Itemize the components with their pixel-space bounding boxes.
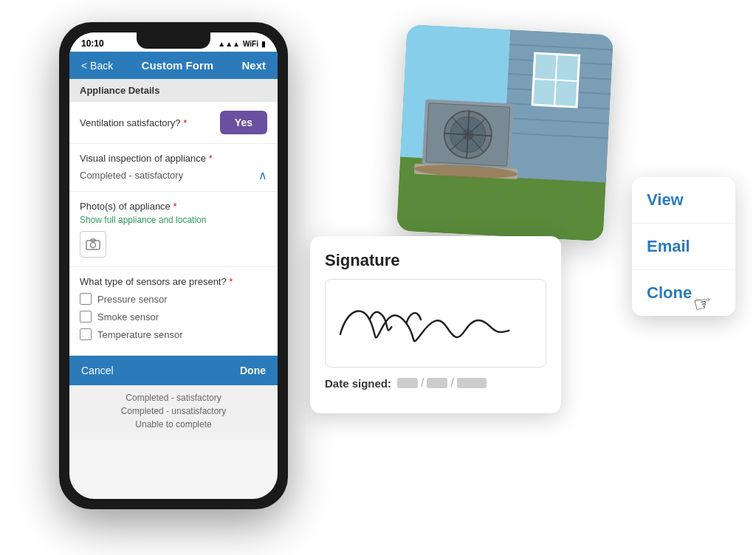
ventilation-required: * xyxy=(183,117,187,128)
footer-completed-satisfactory: Completed - satisfactory xyxy=(80,393,267,403)
clone-menu-item[interactable]: Clone xyxy=(632,270,735,316)
email-menu-item[interactable]: Email xyxy=(632,224,735,270)
date-signed-label: Date signed: xyxy=(325,377,391,390)
date-placeholder: / / xyxy=(397,376,487,390)
form-footer: Completed - satisfactory Completed - uns… xyxy=(69,385,278,440)
pressure-sensor-checkbox[interactable] xyxy=(80,293,92,305)
temperature-sensor-item[interactable]: Temperature sensor xyxy=(80,328,267,340)
footer-unable-to-complete: Unable to complete xyxy=(80,419,267,430)
date-year-block xyxy=(457,378,487,388)
phone-notch xyxy=(137,32,210,49)
phone-frame: 10:10 ▲▲▲ WiFi ▮ < Back Custom Form Next… xyxy=(59,22,288,509)
date-row: Date signed: / / xyxy=(325,376,546,390)
smoke-sensor-label: Smoke sensor xyxy=(97,311,159,323)
ventilation-label: Ventilation satisfactory? * xyxy=(80,117,220,128)
signature-svg xyxy=(326,280,546,367)
view-menu-item[interactable]: View xyxy=(632,177,735,224)
smoke-sensor-item[interactable]: Smoke sensor xyxy=(80,311,267,323)
signature-title: Signature xyxy=(325,251,546,270)
footer-completed-unsatisfactory: Completed - unsatisfactory xyxy=(80,406,267,416)
section-header: Appliance Details xyxy=(69,79,278,102)
visual-value-row[interactable]: Completed - satisfactory ∧ xyxy=(80,168,267,182)
signature-area[interactable] xyxy=(325,279,546,368)
visual-label: Visual inspection of appliance * xyxy=(80,153,267,164)
smoke-sensor-checkbox[interactable] xyxy=(80,311,92,323)
pressure-sensor-item[interactable]: Pressure sensor xyxy=(80,293,267,305)
photo-row: Photo(s) of appliance * Show full applia… xyxy=(69,192,278,267)
hvac-image xyxy=(396,24,614,241)
cancel-button[interactable]: Cancel xyxy=(81,365,114,376)
photo-label: Photo(s) of appliance * xyxy=(80,201,267,212)
photo-hint: Show full appliance and location xyxy=(80,215,267,225)
camera-icon[interactable] xyxy=(80,231,106,258)
sensors-label: What type of sensors are present? * xyxy=(80,276,267,287)
phone-screen: 10:10 ▲▲▲ WiFi ▮ < Back Custom Form Next… xyxy=(69,32,278,499)
battery-icon: ▮ xyxy=(261,40,266,48)
temperature-sensor-label: Temperature sensor xyxy=(97,329,183,340)
bottom-bar: Cancel Done xyxy=(69,356,278,385)
date-day-block xyxy=(397,378,418,388)
context-menu: View Email Clone xyxy=(632,177,735,316)
temperature-sensor-checkbox[interactable] xyxy=(80,328,92,340)
chevron-up-icon: ∧ xyxy=(258,168,267,182)
signal-icon: ▲▲▲ xyxy=(218,40,240,48)
status-time: 10:10 xyxy=(81,38,104,49)
nav-title: Custom Form xyxy=(142,59,214,72)
status-icons: ▲▲▲ WiFi ▮ xyxy=(218,40,266,48)
nav-bar: < Back Custom Form Next xyxy=(69,52,278,79)
pressure-sensor-label: Pressure sensor xyxy=(97,294,168,305)
form-body: Ventilation satisfactory? * Yes Visual i… xyxy=(69,102,278,356)
sensors-row: What type of sensors are present? * Pres… xyxy=(69,267,278,356)
date-month-block xyxy=(427,378,447,388)
ventilation-row: Ventilation satisfactory? * Yes xyxy=(69,102,278,144)
visual-value: Completed - satisfactory xyxy=(80,170,183,181)
back-button[interactable]: < Back xyxy=(81,60,113,72)
next-button[interactable]: Next xyxy=(241,59,266,72)
hvac-image-inner xyxy=(396,24,614,241)
signature-card: Signature Date signed: / / xyxy=(310,236,561,413)
visual-inspection-row: Visual inspection of appliance * Complet… xyxy=(69,144,278,192)
done-button[interactable]: Done xyxy=(240,365,266,376)
wifi-icon: WiFi xyxy=(243,40,258,48)
svg-point-1 xyxy=(91,243,96,248)
yes-button[interactable]: Yes xyxy=(220,111,267,134)
